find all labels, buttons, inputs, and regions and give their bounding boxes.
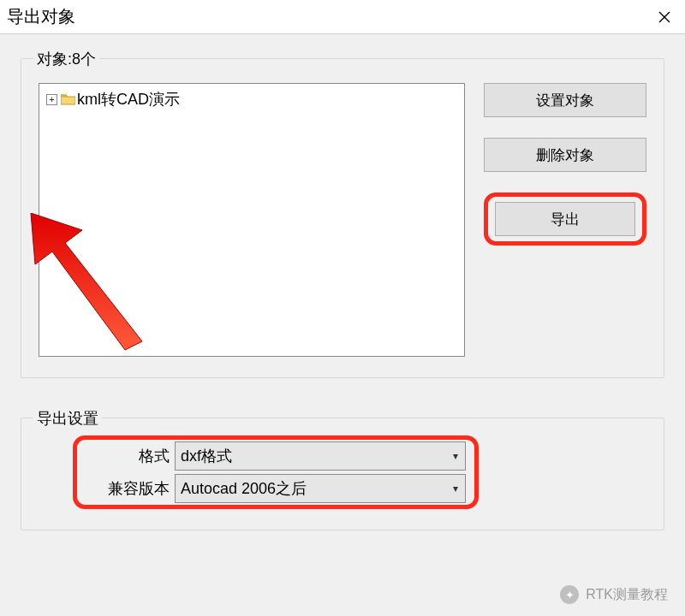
wechat-icon: ✦ — [560, 585, 579, 604]
titlebar: 导出对象 — [0, 0, 685, 34]
settings-highlight: 格式 dxf格式 ▾ 兼容版本 Autocad 2006之后 ▾ — [73, 435, 479, 509]
export-settings-group: 导出设置 格式 dxf格式 ▾ 兼容版本 Autocad 2006之后 ▾ — [21, 418, 664, 530]
delete-object-button[interactable]: 删除对象 — [484, 138, 646, 172]
format-row: 格式 dxf格式 ▾ — [82, 441, 466, 471]
object-tree[interactable]: + kml转CAD演示 — [39, 83, 465, 357]
delete-object-label: 删除对象 — [536, 145, 594, 165]
tree-item-label: kml转CAD演示 — [77, 89, 180, 110]
export-dialog: 导出对象 对象:8个 + — [0, 0, 685, 616]
set-object-button[interactable]: 设置对象 — [484, 83, 646, 117]
chevron-down-icon: ▾ — [453, 450, 458, 462]
close-icon — [658, 10, 671, 24]
format-label: 格式 — [82, 446, 175, 466]
format-value: dxf格式 — [181, 446, 232, 466]
chevron-down-icon: ▾ — [453, 483, 458, 495]
export-label: 导出 — [551, 210, 580, 229]
export-button-highlight: 导出 — [484, 192, 646, 246]
export-settings-label: 导出设置 — [33, 408, 102, 429]
format-combobox[interactable]: dxf格式 ▾ — [175, 441, 466, 471]
version-value: Autocad 2006之后 — [181, 478, 307, 499]
set-object-label: 设置对象 — [536, 91, 594, 110]
tree-item[interactable]: + kml转CAD演示 — [46, 89, 457, 110]
dialog-content: 对象:8个 + kml转CAD演示 — [0, 34, 685, 539]
watermark-text: RTK测量教程 — [586, 586, 668, 604]
close-button[interactable] — [644, 0, 685, 34]
version-combobox[interactable]: Autocad 2006之后 ▾ — [175, 474, 466, 503]
objects-group-label: 对象:8个 — [33, 49, 99, 69]
expand-icon[interactable]: + — [46, 94, 57, 105]
object-buttons: 设置对象 删除对象 导出 — [484, 83, 646, 357]
export-button[interactable]: 导出 — [495, 202, 635, 236]
version-row: 兼容版本 Autocad 2006之后 ▾ — [82, 474, 466, 503]
window-title: 导出对象 — [7, 5, 75, 28]
objects-group: 对象:8个 + kml转CAD演示 — [21, 58, 664, 378]
folder-icon — [61, 93, 75, 105]
version-label: 兼容版本 — [82, 478, 175, 499]
watermark: ✦ RTK测量教程 — [560, 585, 668, 604]
